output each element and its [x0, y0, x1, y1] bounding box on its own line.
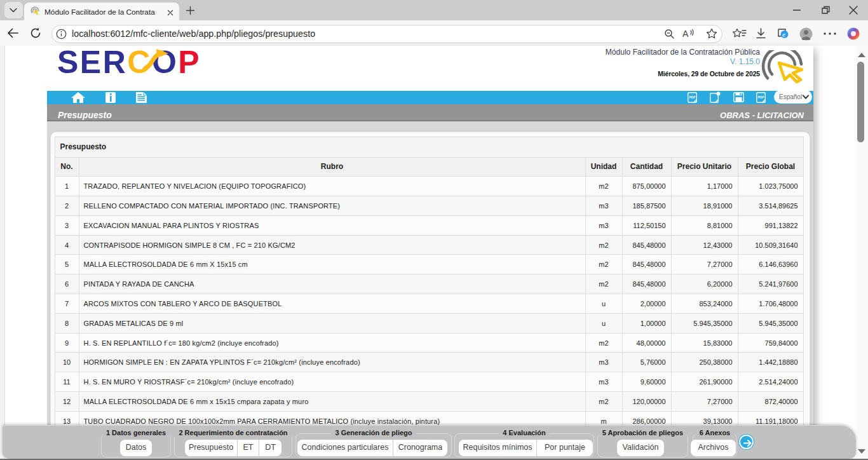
svg-text:PDF: PDF	[758, 95, 764, 99]
svg-text:A: A	[682, 29, 689, 39]
svg-text:e: e	[782, 30, 785, 38]
svg-text:PDF: PDF	[689, 95, 696, 99]
